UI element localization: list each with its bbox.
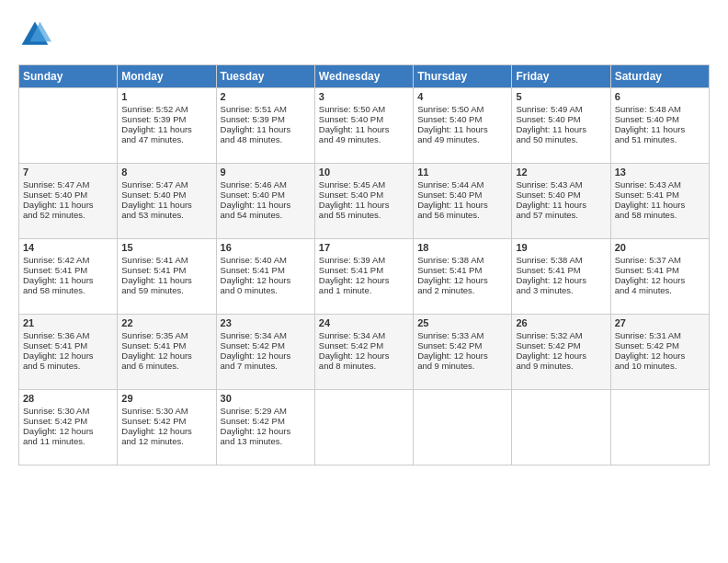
calendar-cell: 27Sunrise: 5:31 AMSunset: 5:42 PMDayligh…	[610, 315, 709, 390]
cell-info-line: Sunrise: 5:37 AM	[615, 255, 705, 265]
day-number: 22	[121, 317, 211, 328]
calendar-cell	[414, 390, 512, 465]
day-number: 27	[615, 317, 705, 328]
day-number: 13	[615, 167, 705, 178]
cell-info-line: and 11 minutes.	[23, 436, 113, 446]
cell-info-line: Daylight: 12 hours	[221, 426, 311, 436]
day-number: 15	[121, 242, 211, 253]
cell-info-line: and 8 minutes.	[319, 361, 409, 371]
cell-info-line: and 4 minutes.	[615, 285, 705, 295]
day-number: 17	[319, 242, 409, 253]
cell-info-line: and 53 minutes.	[121, 210, 211, 220]
cell-info-line: and 58 minutes.	[615, 210, 705, 220]
cell-info-line: Sunset: 5:41 PM	[615, 265, 705, 275]
cell-info-line: Daylight: 11 hours	[121, 200, 211, 210]
cell-info-line: Sunrise: 5:34 AM	[319, 330, 409, 340]
cell-info-line: Sunset: 5:40 PM	[221, 190, 311, 200]
cell-info-line: Sunset: 5:42 PM	[121, 416, 211, 426]
cell-info-line: and 6 minutes.	[121, 361, 211, 371]
cell-info-line: Daylight: 12 hours	[615, 275, 705, 285]
cell-info-line: Sunrise: 5:52 AM	[121, 104, 211, 114]
cell-info-line: Daylight: 11 hours	[516, 200, 606, 210]
cell-info-line: Daylight: 11 hours	[121, 275, 211, 285]
cell-info-line: Daylight: 12 hours	[23, 426, 113, 436]
calendar-cell	[19, 88, 118, 164]
cell-info-line: Sunset: 5:41 PM	[121, 265, 211, 275]
cell-info-line: Sunset: 5:40 PM	[319, 190, 409, 200]
cell-info-line: Daylight: 11 hours	[615, 200, 705, 210]
day-number: 29	[121, 393, 211, 404]
day-number: 2	[221, 91, 311, 102]
calendar-cell: 10Sunrise: 5:45 AMSunset: 5:40 PMDayligh…	[314, 164, 413, 239]
calendar-cell: 14Sunrise: 5:42 AMSunset: 5:41 PMDayligh…	[19, 239, 118, 315]
calendar-cell: 30Sunrise: 5:29 AMSunset: 5:42 PMDayligh…	[216, 390, 314, 465]
cell-info-line: Daylight: 12 hours	[516, 275, 606, 285]
cell-info-line: Sunset: 5:40 PM	[319, 114, 409, 124]
cell-info-line: Daylight: 12 hours	[23, 350, 113, 361]
cell-info-line: Sunset: 5:40 PM	[615, 114, 705, 124]
calendar-cell: 16Sunrise: 5:40 AMSunset: 5:41 PMDayligh…	[216, 239, 314, 315]
cell-info-line: Sunrise: 5:35 AM	[121, 330, 211, 340]
cell-info-line: Sunset: 5:42 PM	[23, 416, 113, 426]
calendar-cell: 29Sunrise: 5:30 AMSunset: 5:42 PMDayligh…	[118, 390, 216, 465]
cell-info-line: Daylight: 12 hours	[221, 350, 311, 361]
cell-info-line: and 48 minutes.	[221, 134, 311, 144]
cell-info-line: and 9 minutes.	[417, 361, 507, 371]
cell-info-line: Sunset: 5:42 PM	[319, 340, 409, 350]
calendar-week-row: 7Sunrise: 5:47 AMSunset: 5:40 PMDaylight…	[19, 164, 710, 239]
cell-info-line: Daylight: 11 hours	[221, 124, 311, 134]
calendar-day-header: Monday	[118, 65, 216, 88]
cell-info-line: and 59 minutes.	[121, 285, 211, 295]
cell-info-line: and 12 minutes.	[121, 436, 211, 446]
cell-info-line: and 50 minutes.	[516, 134, 606, 144]
day-number: 6	[615, 91, 705, 102]
calendar-cell: 9Sunrise: 5:46 AMSunset: 5:40 PMDaylight…	[216, 164, 314, 239]
cell-info-line: Daylight: 11 hours	[319, 124, 409, 134]
cell-info-line: Sunset: 5:41 PM	[516, 265, 606, 275]
cell-info-line: Sunrise: 5:51 AM	[221, 104, 311, 114]
day-number: 14	[23, 242, 113, 253]
day-number: 5	[516, 91, 606, 102]
calendar-cell: 13Sunrise: 5:43 AMSunset: 5:41 PMDayligh…	[610, 164, 709, 239]
cell-info-line: Sunrise: 5:46 AM	[221, 179, 311, 190]
cell-info-line: and 9 minutes.	[516, 361, 606, 371]
day-number: 24	[319, 317, 409, 328]
cell-info-line: Sunrise: 5:29 AM	[221, 406, 311, 416]
header	[18, 18, 710, 52]
calendar-day-header: Wednesday	[314, 65, 413, 88]
day-number: 11	[417, 167, 507, 178]
cell-info-line: Daylight: 12 hours	[319, 350, 409, 361]
calendar-week-row: 28Sunrise: 5:30 AMSunset: 5:42 PMDayligh…	[19, 390, 710, 465]
cell-info-line: Sunrise: 5:39 AM	[319, 255, 409, 265]
cell-info-line: Sunrise: 5:48 AM	[615, 104, 705, 114]
calendar-cell	[512, 390, 610, 465]
calendar-cell	[314, 390, 413, 465]
cell-info-line: Daylight: 11 hours	[23, 200, 113, 210]
calendar-day-header: Tuesday	[216, 65, 314, 88]
calendar-cell: 7Sunrise: 5:47 AMSunset: 5:40 PMDaylight…	[19, 164, 118, 239]
cell-info-line: and 10 minutes.	[615, 361, 705, 371]
calendar-day-header: Thursday	[414, 65, 512, 88]
cell-info-line: and 58 minutes.	[23, 285, 113, 295]
calendar-cell: 24Sunrise: 5:34 AMSunset: 5:42 PMDayligh…	[314, 315, 413, 390]
cell-info-line: Sunset: 5:39 PM	[221, 114, 311, 124]
calendar-cell: 20Sunrise: 5:37 AMSunset: 5:41 PMDayligh…	[610, 239, 709, 315]
day-number: 4	[417, 91, 507, 102]
cell-info-line: Sunset: 5:42 PM	[221, 416, 311, 426]
calendar-cell	[610, 390, 709, 465]
calendar-cell: 4Sunrise: 5:50 AMSunset: 5:40 PMDaylight…	[414, 88, 512, 164]
cell-info-line: Sunrise: 5:38 AM	[516, 255, 606, 265]
page-container: SundayMondayTuesdayWednesdayThursdayFrid…	[0, 0, 728, 475]
cell-info-line: Sunrise: 5:47 AM	[23, 179, 113, 190]
cell-info-line: Daylight: 11 hours	[319, 200, 409, 210]
calendar-table: SundayMondayTuesdayWednesdayThursdayFrid…	[18, 64, 710, 465]
cell-info-line: and 13 minutes.	[221, 436, 311, 446]
cell-info-line: and 5 minutes.	[23, 361, 113, 371]
cell-info-line: Sunset: 5:40 PM	[121, 190, 211, 200]
cell-info-line: Sunrise: 5:47 AM	[121, 179, 211, 190]
cell-info-line: and 52 minutes.	[23, 210, 113, 220]
day-number: 30	[221, 393, 311, 404]
cell-info-line: and 0 minutes.	[221, 285, 311, 295]
cell-info-line: Sunrise: 5:44 AM	[417, 179, 507, 190]
cell-info-line: Daylight: 12 hours	[121, 350, 211, 361]
